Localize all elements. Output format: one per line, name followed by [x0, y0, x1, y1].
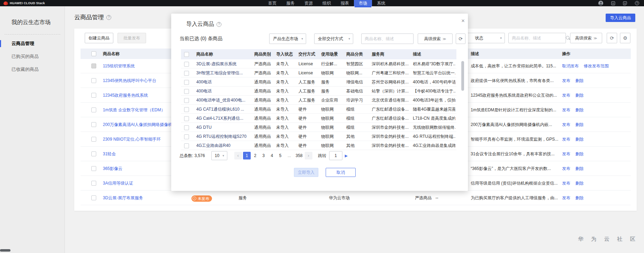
operation-link-删除[interactable]: 删除	[575, 103, 584, 117]
sidebar-item-已收藏的商品[interactable]: 已收藏的商品	[0, 65, 65, 74]
modal-row-checkbox[interactable]	[184, 98, 189, 103]
modal-cell-5: 模组	[346, 114, 369, 123]
row-checkbox[interactable]	[91, 195, 96, 200]
operations-cell: 发布删除	[562, 161, 628, 176]
operation-link-删除[interactable]: 删除	[575, 88, 584, 103]
page-number-5[interactable]: 5	[276, 152, 284, 159]
operation-link-发布[interactable]: 发布	[562, 147, 570, 161]
page-help-icon[interactable]: ?	[106, 15, 111, 20]
brand: HUAWEI CLOUD Stack	[3, 0, 45, 6]
toolbar-settings-button[interactable]: ⚙	[620, 33, 630, 43]
row-checkbox[interactable]	[91, 78, 96, 83]
modal-table-row: 400电话申请_优音400电...通用商品未导入人工服务企业应用培训学习北京优音…	[181, 96, 456, 105]
operation-link-发布[interactable]: 发布	[562, 88, 570, 103]
operation-link-发布[interactable]: 发布	[562, 73, 570, 88]
nav-item-报表[interactable]: 报表	[336, 0, 354, 6]
operation-link-发布[interactable]: 发布	[562, 103, 570, 117]
modal-row-checkbox[interactable]	[184, 116, 189, 121]
row-checkbox[interactable]	[91, 181, 96, 186]
row-checkbox[interactable]	[91, 122, 96, 127]
modal-row-checkbox[interactable]	[184, 134, 189, 139]
modal-cell-4: 服务	[321, 87, 343, 96]
row-checkbox[interactable]	[91, 107, 96, 112]
row-checkbox[interactable]	[91, 93, 96, 98]
cancel-button[interactable]: 取消	[326, 168, 356, 177]
market-dropdown[interactable]: 产品生态市场 ▾	[269, 34, 306, 44]
page-number-358[interactable]: 358	[295, 152, 304, 159]
modal-select-all-checkbox[interactable]	[184, 52, 189, 57]
modal-row-checkbox[interactable]	[184, 125, 189, 130]
import-cloud-product-button[interactable]: 导入云商品	[606, 14, 635, 22]
delivery-dropdown[interactable]: 全部交付方式 ▾	[314, 34, 353, 44]
operation-link-取消发布[interactable]: 取消发布	[562, 59, 579, 73]
sidebar-item-云商品管理[interactable]: 云商品管理	[0, 39, 65, 48]
next-page-button[interactable]: ›	[305, 152, 312, 159]
toolbar-refresh-button[interactable]: ⟳	[607, 33, 617, 43]
operation-link-删除[interactable]: 删除	[575, 161, 584, 176]
toolbar-advanced-search-button[interactable]: 高级搜索 ≫	[570, 33, 602, 43]
help-icon[interactable]: ?	[635, 1, 639, 5]
prev-page-button[interactable]: ‹	[234, 152, 242, 159]
page-size-dropdown[interactable]: 10 ▾	[211, 151, 227, 160]
operation-link-发布[interactable]: 发布	[562, 132, 570, 147]
page-number-4[interactable]: 4	[268, 152, 276, 159]
market-dropdown-value: 产品生态市场	[273, 36, 298, 42]
operation-link-修改发布范围[interactable]: 修改发布范围	[584, 59, 609, 73]
modal-row-checkbox[interactable]	[184, 107, 189, 112]
page-number-2[interactable]: 2	[251, 152, 259, 159]
operation-link-发布[interactable]: 发布	[562, 191, 570, 205]
clipboard-icon[interactable]	[611, 1, 615, 5]
operation-link-删除[interactable]: 删除	[575, 147, 584, 161]
row-checkbox[interactable]	[91, 151, 96, 156]
row-checkbox[interactable]	[91, 137, 96, 142]
modal-col-服务商: 服务商	[372, 49, 413, 59]
operation-link-发布[interactable]: 发布	[562, 117, 570, 132]
operation-link-删除[interactable]: 删除	[575, 176, 584, 191]
sidebar-item-已购买的商品[interactable]: 已购买的商品	[0, 52, 65, 61]
horizontal-scrollbar[interactable]	[0, 249, 10, 252]
modal-scrollbar[interactable]	[461, 61, 464, 91]
toolbar-search-input[interactable]	[509, 36, 566, 40]
modal-cell-5: 智慧园区	[346, 59, 369, 68]
modal-refresh-button[interactable]: ⟳	[456, 34, 465, 44]
nav-item-资源[interactable]: 资源	[300, 0, 318, 6]
modal-row-checkbox[interactable]	[184, 62, 189, 67]
page-number-1[interactable]: 1	[243, 152, 251, 159]
operation-link-删除[interactable]: 删除	[575, 132, 584, 147]
modal-cell-3: License	[298, 59, 319, 68]
modal-row-checkbox[interactable]	[184, 89, 189, 94]
operation-link-发布[interactable]: 发布	[562, 176, 570, 191]
messages-icon[interactable]	[623, 1, 627, 5]
operation-link-删除[interactable]: 删除	[575, 191, 584, 205]
nav-item-首页[interactable]: 首页	[263, 0, 281, 6]
modal-row-checkbox[interactable]	[184, 80, 189, 85]
modal-row-checkbox[interactable]	[184, 71, 189, 76]
select-all-checkbox[interactable]	[91, 51, 96, 56]
jump-go-icon[interactable]: ▶	[345, 154, 348, 158]
modal-advanced-search-button[interactable]: 高级搜索 ≫	[418, 34, 453, 44]
operation-link-删除[interactable]: 删除	[575, 73, 584, 88]
nav-item-系统[interactable]: 系统	[372, 0, 390, 6]
import-now-button[interactable]: 立即导入	[294, 168, 318, 177]
status-badge-icon: !	[192, 196, 196, 200]
nav-item-市场[interactable]: 市场	[354, 0, 372, 6]
page-number-3[interactable]: 3	[260, 152, 267, 159]
row-checkbox[interactable]	[91, 64, 96, 68]
batch-publish-button[interactable]: 批量发布	[118, 33, 146, 43]
nav-item-服务[interactable]: 服务	[281, 0, 300, 6]
create-product-button[interactable]: 创建云商品	[85, 33, 113, 43]
advanced-search-label: 高级搜索	[424, 36, 441, 42]
operation-link-删除[interactable]: 删除	[575, 117, 584, 132]
modal-cell-0: 400电话	[196, 77, 252, 87]
nav-item-组织[interactable]: 组织	[318, 0, 336, 6]
modal-cell-0: 400电话申请_优音400电...	[196, 96, 252, 105]
user-avatar-icon[interactable]	[598, 1, 603, 6]
modal-cell-5: 物联网...	[346, 68, 369, 77]
modal-help-icon[interactable]: ?	[217, 22, 221, 27]
close-icon[interactable]: ×	[459, 17, 467, 25]
modal-search-input[interactable]	[362, 36, 419, 41]
jump-page-input[interactable]	[329, 151, 342, 160]
modal-row-checkbox[interactable]	[184, 143, 189, 148]
row-checkbox[interactable]	[91, 166, 96, 171]
operation-link-发布[interactable]: 发布	[562, 161, 570, 176]
